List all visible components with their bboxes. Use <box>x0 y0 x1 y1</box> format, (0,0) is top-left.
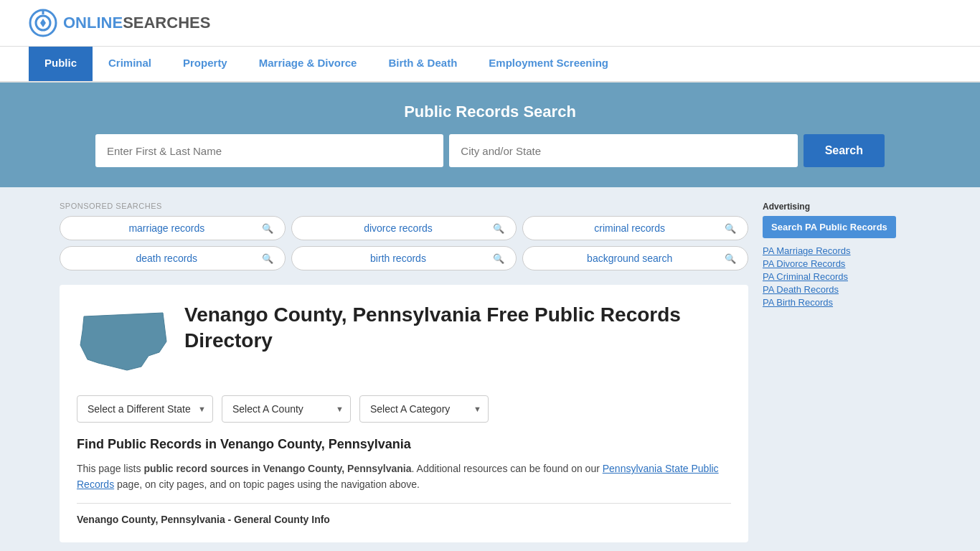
sponsored-item-criminal[interactable]: criminal records 🔍 <box>522 216 748 240</box>
logo-icon <box>29 9 57 37</box>
location-input[interactable] <box>449 134 797 167</box>
sponsored-item-background[interactable]: background search 🔍 <box>522 246 748 270</box>
sponsored-link-divorce[interactable]: divorce records <box>303 222 494 234</box>
directory-section: Venango County, Pennsylvania Free Public… <box>60 285 748 542</box>
state-dropdown-wrapper: Select a Different State <box>77 395 213 423</box>
search-icon-background: 🔍 <box>725 253 736 264</box>
main-nav: Public Criminal Property Marriage & Divo… <box>0 47 980 83</box>
sponsored-item-birth[interactable]: birth records 🔍 <box>291 246 517 270</box>
name-input[interactable] <box>95 134 443 167</box>
sidebar-link-marriage[interactable]: PA Marriage Records <box>763 245 920 256</box>
pa-map-icon <box>77 302 170 381</box>
sponsored-item-divorce[interactable]: divorce records 🔍 <box>291 216 517 240</box>
category-dropdown[interactable]: Select A Category <box>359 395 489 423</box>
nav-item-criminal[interactable]: Criminal <box>93 47 167 81</box>
search-banner-title: Public Records Search <box>29 103 951 121</box>
search-button[interactable]: Search <box>804 134 885 167</box>
nav-item-employment[interactable]: Employment Screening <box>473 47 624 81</box>
sponsored-grid: marriage records 🔍 divorce records 🔍 cri… <box>60 216 748 270</box>
search-icon-birth: 🔍 <box>493 253 504 264</box>
county-info-bar: Venango County, Pennsylvania - General C… <box>77 503 731 525</box>
sidebar-link-birth[interactable]: PA Birth Records <box>763 297 920 308</box>
main-wrapper: SPONSORED SEARCHES marriage records 🔍 di… <box>45 187 935 551</box>
search-form: Search <box>95 134 885 167</box>
find-records-text-1: This page lists <box>77 463 143 474</box>
find-records-description: This page lists public record sources in… <box>77 461 731 493</box>
sponsored-link-background[interactable]: background search <box>534 253 725 264</box>
sidebar-link-divorce[interactable]: PA Divorce Records <box>763 258 920 269</box>
dropdowns-row: Select a Different State Select A County… <box>77 395 731 423</box>
find-records: Find Public Records in Venango County, P… <box>77 437 731 525</box>
sponsored-item-death[interactable]: death records 🔍 <box>60 246 286 270</box>
search-icon-divorce: 🔍 <box>493 223 504 234</box>
sponsored-item-marriage[interactable]: marriage records 🔍 <box>60 216 286 240</box>
county-dropdown[interactable]: Select A County <box>222 395 351 423</box>
search-banner: Public Records Search Search <box>0 83 980 187</box>
sidebar: Advertising Search PA Public Records PA … <box>763 202 920 551</box>
sponsored-link-marriage[interactable]: marriage records <box>72 222 262 234</box>
find-records-bold: public record sources in Venango County,… <box>143 463 411 474</box>
nav-item-marriage-divorce[interactable]: Marriage & Divorce <box>243 47 373 81</box>
sidebar-links: PA Marriage Records PA Divorce Records P… <box>763 245 920 308</box>
logo[interactable]: ONLINESEARCHES <box>29 9 210 37</box>
sidebar-link-death[interactable]: PA Death Records <box>763 284 920 295</box>
content-area: SPONSORED SEARCHES marriage records 🔍 di… <box>60 202 748 551</box>
search-icon-criminal: 🔍 <box>725 223 736 234</box>
header: ONLINESEARCHES <box>0 0 980 47</box>
search-icon-marriage: 🔍 <box>262 223 273 234</box>
sidebar-link-criminal[interactable]: PA Criminal Records <box>763 271 920 282</box>
state-dropdown[interactable]: Select a Different State <box>77 395 213 423</box>
category-dropdown-wrapper: Select A Category <box>359 395 489 423</box>
search-icon-death: 🔍 <box>262 253 273 264</box>
county-dropdown-wrapper: Select A County <box>222 395 351 423</box>
sponsored-link-birth[interactable]: birth records <box>303 253 494 264</box>
sponsored-link-criminal[interactable]: criminal records <box>534 222 725 234</box>
nav-item-public[interactable]: Public <box>29 47 93 81</box>
nav-item-property[interactable]: Property <box>167 47 243 81</box>
nav-item-birth-death[interactable]: Birth & Death <box>372 47 473 81</box>
directory-header: Venango County, Pennsylvania Free Public… <box>77 302 731 381</box>
logo-text: ONLINESEARCHES <box>63 14 210 32</box>
sponsored-searches: SPONSORED SEARCHES marriage records 🔍 di… <box>60 202 748 270</box>
find-records-title: Find Public Records in Venango County, P… <box>77 437 731 452</box>
sponsored-link-death[interactable]: death records <box>72 253 262 264</box>
sidebar-ad-button[interactable]: Search PA Public Records <box>763 216 896 238</box>
sponsored-label: SPONSORED SEARCHES <box>60 202 748 210</box>
county-info-label: Venango County, Pennsylvania - General C… <box>77 514 731 525</box>
sidebar-ad-label: Advertising <box>763 202 920 212</box>
find-records-text-3: page, on city pages, and on topic pages … <box>114 479 420 490</box>
svg-marker-3 <box>80 313 166 370</box>
find-records-text-2: . Additional resources can be found on o… <box>412 463 603 474</box>
directory-title: Venango County, Pennsylvania Free Public… <box>184 302 731 354</box>
